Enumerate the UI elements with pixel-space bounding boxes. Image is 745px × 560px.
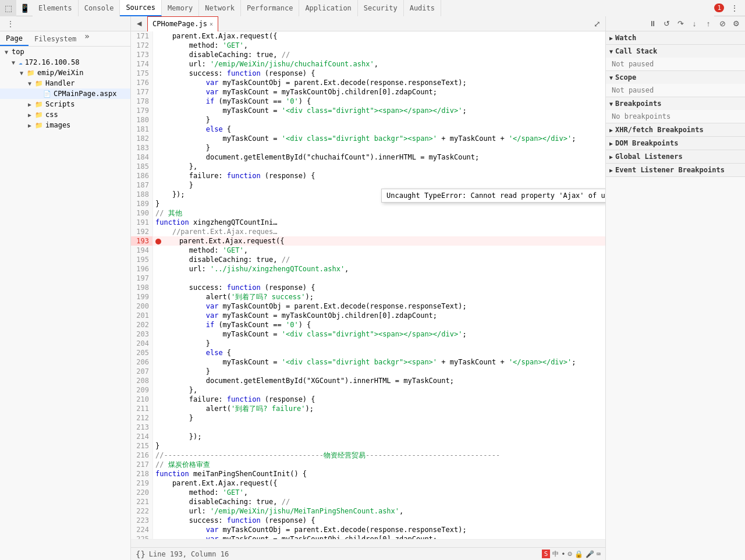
code-line-179[interactable]: myTaskCount = '<div class="divright"><sp… — [153, 106, 605, 115]
resume-btn[interactable]: ↺ — [660, 17, 673, 30]
step-out-btn[interactable]: ↑ — [702, 17, 715, 30]
code-line-182[interactable]: myTaskCount = '<div class="divright back… — [153, 134, 605, 143]
code-editor[interactable]: 1711721731741751761771781791801811821831… — [131, 31, 605, 539]
code-line-204[interactable]: } — [153, 339, 605, 348]
code-line-178[interactable]: if (myTaskCount == '0') { — [153, 97, 605, 106]
code-line-220[interactable]: method: 'GET', — [153, 488, 605, 497]
code-line-223[interactable]: success: function (response) { — [153, 516, 605, 525]
event-header[interactable]: ▶ Event Listener Breakpoints — [606, 164, 745, 176]
tab-elements[interactable]: Elements — [33, 0, 79, 16]
code-line-225[interactable]: var myTaskCount = myTaskCountObj.childre… — [153, 534, 605, 539]
code-line-184[interactable]: document.getElementById("chuchaifCount")… — [153, 153, 605, 162]
step-over-btn[interactable]: ↷ — [674, 17, 687, 30]
code-line-174[interactable]: url: '/emip/WeiXin/jishu/chuchaifCount.a… — [153, 59, 605, 69]
tab-security[interactable]: Security — [358, 0, 404, 16]
callstack-header[interactable]: ▼ Call Stack — [606, 45, 745, 58]
code-line-217[interactable]: // 煤炭价格审查 — [153, 460, 605, 469]
sidebar-item-images[interactable]: ▶ 📁 images — [0, 120, 130, 130]
file-tab-cphomepage[interactable]: CPHomePage.js × — [147, 16, 218, 31]
tab-memory[interactable]: Memory — [162, 0, 199, 16]
keyboard-icon[interactable]: ⌨ — [597, 550, 601, 558]
code-line-190[interactable]: // 其他 — [153, 208, 605, 218]
code-line-200[interactable]: var myTaskCountObj = parent.Ext.decode(r… — [153, 302, 605, 311]
watch-header[interactable]: ▶ Watch — [606, 31, 745, 44]
ime-icon[interactable]: S — [542, 550, 551, 558]
step-into-btn[interactable]: ↓ — [688, 17, 701, 30]
sidebar-item-scripts[interactable]: ▶ 📁 Scripts — [0, 99, 130, 109]
tab-network[interactable]: Network — [199, 0, 241, 16]
code-line-216[interactable]: //--------------------------------------… — [153, 451, 605, 460]
code-line-180[interactable]: } — [153, 115, 605, 125]
code-line-201[interactable]: var myTaskCount = myTaskCountObj.childre… — [153, 311, 605, 320]
global-header[interactable]: ▶ Global Listeners — [606, 150, 745, 163]
horizontal-scroll[interactable] — [131, 539, 605, 547]
code-line-198[interactable]: success: function (response) { — [153, 283, 605, 292]
sidebar-item-emip[interactable]: ▼ 📁 emip/WeiXin — [0, 68, 130, 78]
inspect-icon[interactable]: ⬚ — [0, 0, 16, 16]
code-line-209[interactable]: }, — [153, 385, 605, 395]
code-line-224[interactable]: var myTaskCountObj = parent.Ext.decode(r… — [153, 525, 605, 534]
xhr-header[interactable]: ▶ XHR/fetch Breakpoints — [606, 123, 745, 136]
code-line-206[interactable]: myTaskCount = '<div class="divright back… — [153, 357, 605, 367]
code-line-222[interactable]: url: '/emip/WeiXin/jishu/MeiTanPingShenC… — [153, 506, 605, 516]
code-line-218[interactable]: function meiTanPingShenCountInit() { — [153, 469, 605, 479]
code-line-214[interactable]: }); — [153, 432, 605, 441]
sidebar-item-top[interactable]: ▼ top — [0, 47, 130, 57]
sidebar-tab-more[interactable]: » — [84, 31, 89, 46]
tab-performance[interactable]: Performance — [241, 0, 299, 16]
file-tabs-expand[interactable]: ⤢ — [589, 16, 605, 32]
file-tabs-back[interactable]: ◀ — [131, 16, 147, 32]
deactivate-btn[interactable]: ⊘ — [716, 17, 729, 30]
code-line-203[interactable]: myTaskCount = '<div class="divright"><sp… — [153, 329, 605, 339]
file-tab-close[interactable]: × — [210, 21, 213, 27]
code-line-196[interactable]: url: '../jishu/xingzhengQTCount.ashx', — [153, 264, 605, 274]
code-line-219[interactable]: parent.Ext.Ajax.request({ — [153, 479, 605, 488]
code-line-215[interactable]: } — [153, 441, 605, 451]
code-line-210[interactable]: failure: function (response) { — [153, 395, 605, 404]
code-line-176[interactable]: var myTaskCountObj = parent.Ext.decode(r… — [153, 78, 605, 87]
sidebar-tab-page[interactable]: Page — [0, 31, 29, 46]
sidebar-more-icon[interactable]: ⋮ — [2, 16, 19, 32]
code-line-181[interactable]: else { — [153, 125, 605, 134]
code-line-192[interactable]: //parent.Ext.Ajax.reques… — [153, 227, 605, 236]
tab-application[interactable]: Application — [299, 0, 357, 16]
sidebar-item-ip[interactable]: ▼ ☁ 172.16.100.58 — [0, 57, 130, 68]
code-line-205[interactable]: else { — [153, 348, 605, 357]
code-line-202[interactable]: if (myTaskCount == '0') { — [153, 320, 605, 329]
code-line-173[interactable]: disableCaching: true, // — [153, 50, 605, 59]
mic-icon[interactable]: 🎤 — [586, 550, 594, 558]
tab-sources[interactable]: Sources — [120, 0, 162, 16]
scope-header[interactable]: ▼ Scope — [606, 71, 745, 84]
code-line-195[interactable]: disableCaching: true, // — [153, 255, 605, 264]
code-line-171[interactable]: parent.Ext.Ajax.request({ — [153, 31, 605, 41]
code-line-208[interactable]: document.getElementById("XGCount").inner… — [153, 376, 605, 385]
code-line-194[interactable]: method: 'GET', — [153, 246, 605, 255]
code-line-175[interactable]: success: function (response) { — [153, 69, 605, 78]
code-line-172[interactable]: method: 'GET', — [153, 41, 605, 50]
code-line-207[interactable]: } — [153, 367, 605, 376]
lang-icon[interactable]: 中 — [552, 550, 559, 558]
code-line-213[interactable] — [153, 423, 605, 432]
settings-btn[interactable]: ⚙ — [730, 17, 743, 30]
pause-btn[interactable]: ⏸ — [646, 17, 659, 30]
code-line-186[interactable]: failure: function (response) { — [153, 171, 605, 180]
code-line-197[interactable] — [153, 274, 605, 283]
code-line-193[interactable]: parent.Ext.Ajax.request({ — [153, 236, 605, 246]
device-icon[interactable]: 📱 — [16, 0, 33, 16]
code-line-185[interactable]: }, — [153, 162, 605, 171]
dom-header[interactable]: ▶ DOM Breakpoints — [606, 137, 745, 150]
more-tools-icon[interactable]: ⋮ — [726, 0, 743, 16]
code-line-183[interactable]: } — [153, 143, 605, 153]
sidebar-item-mainpage[interactable]: 📄 CPMainPage.aspx — [0, 88, 130, 99]
code-line-199[interactable]: alert('到着了吗? success'); — [153, 292, 605, 302]
sidebar-item-handler[interactable]: ▼ 📁 Handler — [0, 78, 130, 88]
code-line-212[interactable]: } — [153, 413, 605, 423]
code-line-211[interactable]: alert('到着了吗? failure'); — [153, 404, 605, 413]
code-line-221[interactable]: disableCaching: true, // — [153, 497, 605, 506]
sidebar-tab-filesystem[interactable]: Filesystem — [29, 31, 82, 46]
tab-audits[interactable]: Audits — [404, 0, 441, 16]
format-btn[interactable]: {} — [136, 550, 146, 559]
sidebar-item-css[interactable]: ▶ 📁 css — [0, 109, 130, 120]
code-line-191[interactable]: function xingzhengQTCountIni… — [153, 218, 605, 227]
breakpoints-header[interactable]: ▼ Breakpoints — [606, 97, 745, 110]
